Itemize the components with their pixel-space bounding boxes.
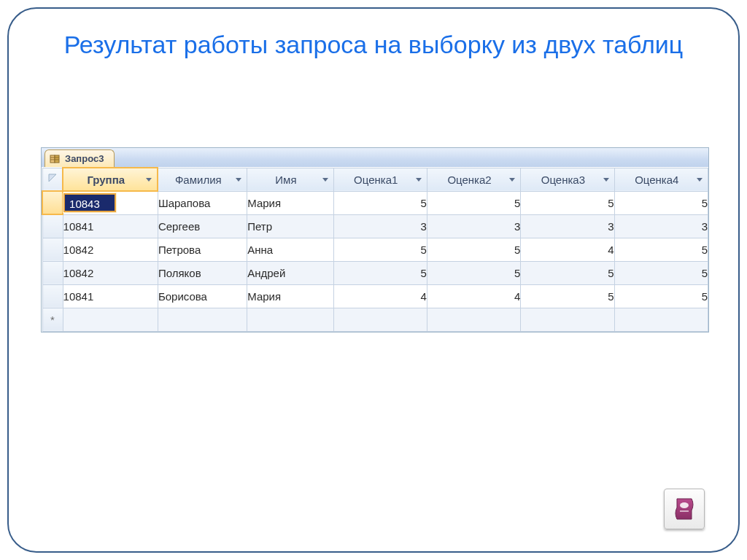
cell-name[interactable]: Петр bbox=[247, 214, 333, 238]
select-all-corner[interactable] bbox=[42, 168, 63, 191]
cell-grade3[interactable]: 5 bbox=[521, 284, 614, 308]
new-record-marker[interactable]: * bbox=[42, 308, 63, 331]
cell-grade4[interactable]: 3 bbox=[614, 214, 708, 238]
cell-surname[interactable]: Петрова bbox=[158, 238, 247, 261]
cell-group[interactable]: 10842 bbox=[63, 261, 158, 284]
column-label: Оценка4 bbox=[635, 174, 678, 186]
dropdown-icon[interactable] bbox=[233, 174, 244, 185]
cell-grade4[interactable]: 5 bbox=[614, 261, 708, 284]
tab-bar: Запрос3 bbox=[42, 148, 708, 167]
svg-rect-6 bbox=[680, 510, 689, 512]
cell-group-active[interactable]: 10843 bbox=[63, 191, 158, 214]
column-label: Оценка2 bbox=[447, 174, 491, 186]
cell-grade1[interactable]: 5 bbox=[333, 261, 427, 284]
column-header-group[interactable]: Группа bbox=[63, 168, 158, 191]
svg-marker-4 bbox=[49, 174, 56, 182]
cell-name[interactable]: Андрей bbox=[247, 261, 333, 284]
cell-grade2[interactable]: 5 bbox=[427, 261, 520, 284]
query-icon bbox=[50, 153, 61, 165]
cell-grade1[interactable]: 4 bbox=[333, 284, 427, 308]
column-label: Имя bbox=[275, 174, 296, 186]
row-selector[interactable] bbox=[42, 261, 63, 284]
column-label: Оценка3 bbox=[541, 174, 585, 186]
column-header-grade1[interactable]: Оценка1 bbox=[333, 168, 427, 191]
cell-grade2[interactable]: 5 bbox=[427, 191, 520, 214]
cell-empty[interactable] bbox=[333, 308, 427, 331]
row-selector[interactable] bbox=[42, 214, 63, 238]
cell-grade2[interactable]: 3 bbox=[427, 214, 520, 238]
column-header-grade3[interactable]: Оценка3 bbox=[521, 168, 614, 191]
ms-access-icon bbox=[664, 489, 705, 529]
dropdown-icon[interactable] bbox=[320, 174, 330, 185]
cell-name[interactable]: Мария bbox=[247, 191, 333, 214]
dropdown-icon[interactable] bbox=[507, 174, 517, 185]
cell-empty[interactable] bbox=[427, 308, 520, 331]
slide-title: Результат работы запроса на выборку из д… bbox=[38, 29, 709, 61]
column-header-name[interactable]: Имя bbox=[247, 168, 333, 191]
cell-grade2[interactable]: 4 bbox=[427, 284, 520, 308]
cell-empty[interactable] bbox=[247, 308, 333, 331]
header-row: Группа Фамилия Имя Оценка1 bbox=[42, 168, 708, 191]
cell-grade1[interactable]: 3 bbox=[333, 214, 427, 238]
svg-point-5 bbox=[680, 502, 689, 508]
cell-empty[interactable] bbox=[521, 308, 614, 331]
cell-grade3[interactable]: 5 bbox=[521, 191, 614, 214]
tab-query3[interactable]: Запрос3 bbox=[44, 149, 115, 167]
dropdown-icon[interactable] bbox=[601, 174, 611, 185]
column-label: Фамилия bbox=[175, 174, 222, 186]
cell-grade3[interactable]: 3 bbox=[521, 214, 614, 238]
svg-rect-1 bbox=[55, 155, 59, 163]
active-cell-value[interactable]: 10843 bbox=[63, 193, 116, 212]
row-selector[interactable] bbox=[42, 284, 63, 308]
datasheet-table: Группа Фамилия Имя Оценка1 bbox=[42, 167, 708, 332]
cell-grade4[interactable]: 5 bbox=[614, 191, 708, 214]
query-datasheet-window: Запрос3 Группа Фамилия bbox=[41, 147, 709, 332]
cell-grade4[interactable]: 5 bbox=[614, 238, 708, 261]
new-record-row[interactable]: * bbox=[42, 308, 708, 331]
table-row[interactable]: 10842 Петрова Анна 5 5 4 5 bbox=[42, 238, 708, 261]
cell-name[interactable]: Мария bbox=[247, 284, 333, 308]
cell-group[interactable]: 10841 bbox=[63, 284, 158, 308]
cell-grade1[interactable]: 5 bbox=[333, 191, 427, 214]
slide-frame: Результат работы запроса на выборку из д… bbox=[7, 7, 740, 553]
cell-surname[interactable]: Борисова bbox=[158, 284, 247, 308]
column-label: Группа bbox=[87, 174, 125, 186]
cell-empty[interactable] bbox=[158, 308, 247, 331]
dropdown-icon[interactable] bbox=[694, 174, 705, 185]
cell-group[interactable]: 10842 bbox=[63, 238, 158, 261]
cell-group[interactable]: 10841 bbox=[63, 214, 158, 238]
table-row[interactable]: 10842 Поляков Андрей 5 5 5 5 bbox=[42, 261, 708, 284]
cell-grade3[interactable]: 4 bbox=[521, 238, 614, 261]
column-header-grade4[interactable]: Оценка4 bbox=[614, 168, 708, 191]
cell-surname[interactable]: Поляков bbox=[158, 261, 247, 284]
table-row[interactable]: 10841 Борисова Мария 4 4 5 5 bbox=[42, 284, 708, 308]
cell-empty[interactable] bbox=[614, 308, 708, 331]
table-row[interactable]: 10843 Шарапова Мария 5 5 5 5 bbox=[42, 191, 708, 214]
cell-surname[interactable]: Сергеев bbox=[158, 214, 247, 238]
column-header-grade2[interactable]: Оценка2 bbox=[427, 168, 520, 191]
cell-grade1[interactable]: 5 bbox=[333, 238, 427, 261]
table-row[interactable]: 10841 Сергеев Петр 3 3 3 3 bbox=[42, 214, 708, 238]
column-label: Оценка1 bbox=[354, 174, 398, 186]
cell-empty[interactable] bbox=[63, 308, 158, 331]
cell-name[interactable]: Анна bbox=[247, 238, 333, 261]
row-selector-active[interactable] bbox=[42, 191, 63, 214]
column-header-surname[interactable]: Фамилия bbox=[158, 168, 247, 191]
svg-rect-0 bbox=[50, 155, 55, 163]
cell-grade3[interactable]: 5 bbox=[521, 261, 614, 284]
dropdown-icon[interactable] bbox=[144, 174, 154, 185]
cell-surname[interactable]: Шарапова bbox=[158, 191, 247, 214]
row-selector[interactable] bbox=[42, 238, 63, 261]
dropdown-icon[interactable] bbox=[414, 174, 424, 185]
cell-grade2[interactable]: 5 bbox=[427, 238, 520, 261]
tab-label: Запрос3 bbox=[65, 153, 104, 164]
cell-grade4[interactable]: 5 bbox=[614, 284, 708, 308]
